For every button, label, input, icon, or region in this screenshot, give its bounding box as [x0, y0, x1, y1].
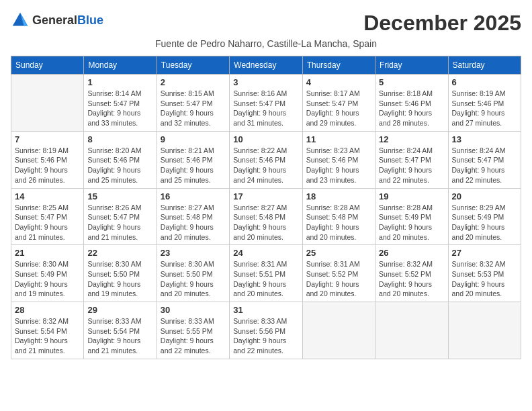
- day-info: Sunrise: 8:14 AMSunset: 5:47 PMDaylight:…: [87, 89, 152, 128]
- day-number: 21: [15, 248, 80, 258]
- day-info: Sunrise: 8:28 AMSunset: 5:49 PMDaylight:…: [379, 203, 444, 242]
- calendar-cell: 2Sunrise: 8:15 AMSunset: 5:47 PMDaylight…: [157, 75, 229, 132]
- day-info: Sunrise: 8:29 AMSunset: 5:49 PMDaylight:…: [452, 203, 517, 242]
- calendar-week-row: 21Sunrise: 8:30 AMSunset: 5:49 PMDayligh…: [11, 245, 521, 302]
- weekday-header: Saturday: [448, 56, 521, 75]
- day-number: 5: [379, 77, 444, 87]
- calendar-cell: 23Sunrise: 8:30 AMSunset: 5:50 PMDayligh…: [157, 245, 229, 302]
- calendar-cell: 7Sunrise: 8:19 AMSunset: 5:46 PMDaylight…: [11, 131, 84, 188]
- day-info: Sunrise: 8:17 AMSunset: 5:47 PMDaylight:…: [306, 89, 371, 128]
- day-info: Sunrise: 8:19 AMSunset: 5:46 PMDaylight:…: [452, 89, 517, 128]
- day-info: Sunrise: 8:18 AMSunset: 5:46 PMDaylight:…: [379, 89, 444, 128]
- day-info: Sunrise: 8:25 AMSunset: 5:47 PMDaylight:…: [15, 203, 80, 242]
- day-number: 20: [452, 191, 517, 201]
- day-info: Sunrise: 8:15 AMSunset: 5:47 PMDaylight:…: [161, 89, 226, 128]
- calendar-cell: [302, 302, 375, 359]
- day-info: Sunrise: 8:19 AMSunset: 5:46 PMDaylight:…: [15, 146, 80, 185]
- calendar-cell: 22Sunrise: 8:30 AMSunset: 5:50 PMDayligh…: [84, 245, 157, 302]
- calendar-cell: 31Sunrise: 8:33 AMSunset: 5:56 PMDayligh…: [230, 302, 302, 359]
- day-number: 13: [452, 134, 517, 144]
- day-number: 31: [233, 305, 298, 315]
- logo-general: General: [32, 14, 77, 26]
- calendar-cell: [448, 302, 521, 359]
- day-info: Sunrise: 8:33 AMSunset: 5:54 PMDaylight:…: [87, 316, 152, 356]
- calendar-cell: 5Sunrise: 8:18 AMSunset: 5:46 PMDaylight…: [375, 75, 448, 132]
- calendar-cell: 16Sunrise: 8:27 AMSunset: 5:48 PMDayligh…: [157, 188, 229, 245]
- day-number: 27: [452, 248, 517, 258]
- calendar-cell: 12Sunrise: 8:24 AMSunset: 5:47 PMDayligh…: [375, 131, 448, 188]
- page-container: General Blue December 2025 Fuente de Ped…: [11, 11, 521, 359]
- calendar-cell: 8Sunrise: 8:20 AMSunset: 5:46 PMDaylight…: [84, 131, 157, 188]
- calendar-cell: 10Sunrise: 8:22 AMSunset: 5:46 PMDayligh…: [230, 131, 302, 188]
- calendar-cell: 24Sunrise: 8:31 AMSunset: 5:51 PMDayligh…: [230, 245, 302, 302]
- day-number: 22: [87, 248, 152, 258]
- weekday-header: Sunday: [11, 56, 84, 75]
- day-info: Sunrise: 8:26 AMSunset: 5:47 PMDaylight:…: [87, 203, 152, 242]
- calendar-cell: 18Sunrise: 8:28 AMSunset: 5:48 PMDayligh…: [302, 188, 375, 245]
- day-number: 4: [306, 77, 371, 87]
- day-info: Sunrise: 8:28 AMSunset: 5:48 PMDaylight:…: [306, 203, 371, 242]
- calendar-cell: 6Sunrise: 8:19 AMSunset: 5:46 PMDaylight…: [448, 75, 521, 132]
- day-info: Sunrise: 8:32 AMSunset: 5:54 PMDaylight:…: [15, 316, 80, 356]
- day-info: Sunrise: 8:20 AMSunset: 5:46 PMDaylight:…: [87, 146, 152, 185]
- calendar-cell: 13Sunrise: 8:24 AMSunset: 5:47 PMDayligh…: [448, 131, 521, 188]
- calendar-cell: 9Sunrise: 8:21 AMSunset: 5:46 PMDaylight…: [157, 131, 229, 188]
- day-info: Sunrise: 8:30 AMSunset: 5:49 PMDaylight:…: [15, 259, 80, 299]
- day-info: Sunrise: 8:33 AMSunset: 5:55 PMDaylight:…: [161, 316, 226, 356]
- calendar-cell: 29Sunrise: 8:33 AMSunset: 5:54 PMDayligh…: [84, 302, 157, 359]
- day-info: Sunrise: 8:33 AMSunset: 5:56 PMDaylight:…: [233, 316, 298, 356]
- day-number: 12: [379, 134, 444, 144]
- day-info: Sunrise: 8:21 AMSunset: 5:46 PMDaylight:…: [161, 146, 226, 185]
- calendar-cell: 21Sunrise: 8:30 AMSunset: 5:49 PMDayligh…: [11, 245, 84, 302]
- calendar-week-row: 28Sunrise: 8:32 AMSunset: 5:54 PMDayligh…: [11, 302, 521, 359]
- calendar-week-row: 1Sunrise: 8:14 AMSunset: 5:47 PMDaylight…: [11, 75, 521, 132]
- day-info: Sunrise: 8:31 AMSunset: 5:52 PMDaylight:…: [306, 259, 371, 299]
- logo-text: General Blue: [32, 14, 103, 26]
- day-number: 18: [306, 191, 371, 201]
- day-number: 30: [161, 305, 226, 315]
- calendar-cell: 1Sunrise: 8:14 AMSunset: 5:47 PMDaylight…: [84, 75, 157, 132]
- day-number: 6: [452, 77, 517, 87]
- weekday-header: Wednesday: [230, 56, 302, 75]
- day-number: 24: [233, 248, 298, 258]
- weekday-header: Thursday: [302, 56, 375, 75]
- day-number: 29: [87, 305, 152, 315]
- day-info: Sunrise: 8:22 AMSunset: 5:46 PMDaylight:…: [233, 146, 298, 185]
- calendar-cell: 20Sunrise: 8:29 AMSunset: 5:49 PMDayligh…: [448, 188, 521, 245]
- calendar-cell: 11Sunrise: 8:23 AMSunset: 5:46 PMDayligh…: [302, 131, 375, 188]
- calendar-cell: 19Sunrise: 8:28 AMSunset: 5:49 PMDayligh…: [375, 188, 448, 245]
- calendar-cell: 3Sunrise: 8:16 AMSunset: 5:47 PMDaylight…: [230, 75, 302, 132]
- calendar-cell: 4Sunrise: 8:17 AMSunset: 5:47 PMDaylight…: [302, 75, 375, 132]
- day-info: Sunrise: 8:23 AMSunset: 5:46 PMDaylight:…: [306, 146, 371, 185]
- calendar-cell: 26Sunrise: 8:32 AMSunset: 5:52 PMDayligh…: [375, 245, 448, 302]
- day-number: 15: [87, 191, 152, 201]
- day-number: 26: [379, 248, 444, 258]
- day-number: 28: [15, 305, 80, 315]
- day-info: Sunrise: 8:32 AMSunset: 5:53 PMDaylight:…: [452, 259, 517, 299]
- day-info: Sunrise: 8:24 AMSunset: 5:47 PMDaylight:…: [452, 146, 517, 185]
- calendar-cell: 14Sunrise: 8:25 AMSunset: 5:47 PMDayligh…: [11, 188, 84, 245]
- day-number: 19: [379, 191, 444, 201]
- weekday-header-row: SundayMondayTuesdayWednesdayThursdayFrid…: [11, 56, 521, 75]
- day-info: Sunrise: 8:31 AMSunset: 5:51 PMDaylight:…: [233, 259, 298, 299]
- calendar-cell: [375, 302, 448, 359]
- weekday-header: Friday: [375, 56, 448, 75]
- day-number: 3: [233, 77, 298, 87]
- calendar-cell: 17Sunrise: 8:27 AMSunset: 5:48 PMDayligh…: [230, 188, 302, 245]
- header: General Blue December 2025: [11, 11, 521, 36]
- day-info: Sunrise: 8:27 AMSunset: 5:48 PMDaylight:…: [233, 203, 298, 242]
- page-subtitle: Fuente de Pedro Naharro, Castille-La Man…: [11, 38, 521, 49]
- logo-icon: [11, 11, 30, 30]
- day-info: Sunrise: 8:30 AMSunset: 5:50 PMDaylight:…: [161, 259, 226, 299]
- calendar-table: SundayMondayTuesdayWednesdayThursdayFrid…: [11, 56, 521, 359]
- day-info: Sunrise: 8:24 AMSunset: 5:47 PMDaylight:…: [379, 146, 444, 185]
- day-info: Sunrise: 8:32 AMSunset: 5:52 PMDaylight:…: [379, 259, 444, 299]
- day-number: 9: [161, 134, 226, 144]
- day-number: 16: [161, 191, 226, 201]
- day-number: 1: [87, 77, 152, 87]
- day-number: 7: [15, 134, 80, 144]
- logo: General Blue: [11, 11, 103, 30]
- calendar-cell: 30Sunrise: 8:33 AMSunset: 5:55 PMDayligh…: [157, 302, 229, 359]
- weekday-header: Monday: [84, 56, 157, 75]
- page-title: December 2025: [363, 11, 521, 36]
